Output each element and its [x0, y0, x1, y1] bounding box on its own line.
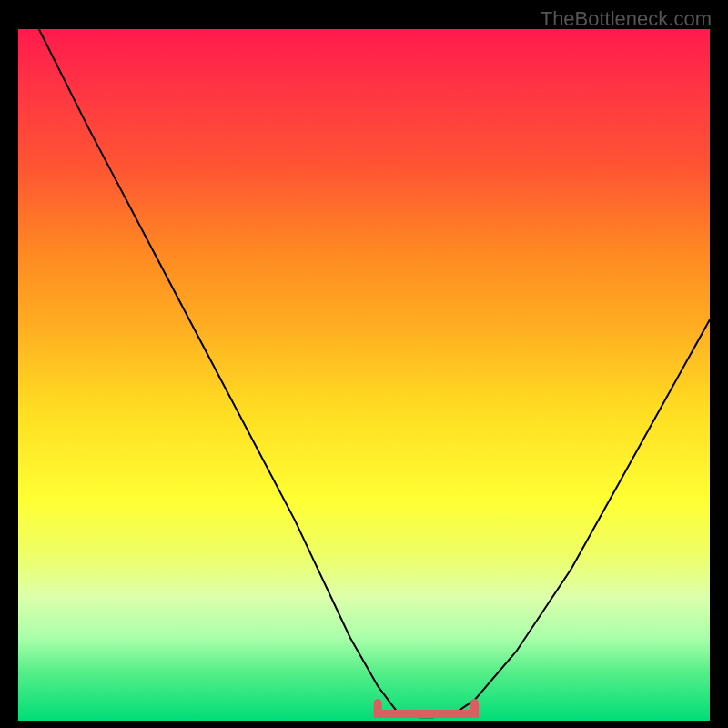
watermark-text: TheBottleneck.com — [541, 7, 712, 31]
chart-plot-area — [18, 29, 710, 721]
bottleneck-curve-line — [39, 29, 710, 717]
chart-svg — [18, 29, 710, 721]
